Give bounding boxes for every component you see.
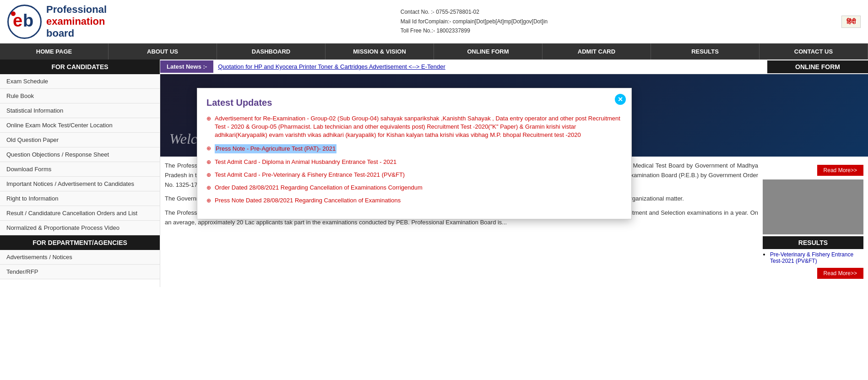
sidebar-item-statistical-info[interactable]: Statistical Information	[0, 103, 160, 118]
bullet-icon-2: ⊕	[206, 145, 211, 152]
online-form-image-placeholder	[763, 179, 863, 234]
sidebar-item-rule-book[interactable]: Rule Book	[0, 89, 160, 103]
read-more-button-1[interactable]: Read More>>	[817, 165, 863, 176]
sidebar-item-question-objections[interactable]: Question Objections / Response Sheet	[0, 147, 160, 162]
nav-about[interactable]: ABOUT US	[108, 43, 217, 60]
read-more-button-2[interactable]: Read More>>	[817, 268, 863, 279]
nav-dashboard[interactable]: DASHBOARD	[217, 43, 326, 60]
department-heading: FOR DEPARTMENT/AGENCIES	[0, 235, 160, 250]
nav-bar: HOME PAGE ABOUT US DASHBOARD MISSION & V…	[0, 43, 868, 60]
news-link[interactable]: Quotation for HP and Kyocera Printer Ton…	[218, 63, 445, 70]
mail-id: Mail Id forComplain:- complain[Dot]peb[A…	[401, 17, 548, 26]
sidebar-item-normalized[interactable]: Normalized & Proportionate Process Video	[0, 221, 160, 235]
contact-no: Contact No. :- 0755-2578801-02	[401, 7, 548, 16]
logo-line1: Professional	[46, 4, 107, 16]
modal-item-5: ⊕ Order Dated 28/08/2021 Regarding Cance…	[206, 184, 622, 192]
logo-area: e b Professional examination board	[7, 4, 107, 39]
sidebar-item-online-exam[interactable]: Online Exam Mock Test/Center Location	[0, 118, 160, 133]
sidebar-item-result-cancellation[interactable]: Result / Candidature Cancellation Orders…	[0, 206, 160, 221]
logo-text: Professional examination board	[46, 4, 107, 39]
sidebar-item-download-forms[interactable]: Download Forms	[0, 162, 160, 177]
news-ticker: Latest News :- Quotation for HP and Kyoc…	[160, 60, 868, 74]
bullet-icon-1: ⊕	[206, 115, 211, 122]
right-panel: Read More>> RESULTS Pre-Veterinary & Fis…	[763, 161, 863, 282]
modal-item-6: ⊕ Press Note Dated 28/08/2021 Regarding …	[206, 196, 622, 205]
bullet-icon-3: ⊕	[206, 159, 211, 165]
sidebar-item-tender[interactable]: Tender/RFP	[0, 265, 160, 279]
sidebar-item-advertisements[interactable]: Advertisements / Notices	[0, 250, 160, 265]
modal-item-1: ⊕ Advertisement for Re-Examination - Gro…	[206, 114, 622, 140]
svg-text:b: b	[23, 11, 33, 30]
nav-online-form[interactable]: ONLINE FORM	[434, 43, 542, 60]
modal-title: Latest Updates	[206, 98, 622, 108]
svg-point-3	[11, 11, 16, 16]
modal-link-3[interactable]: Test Admit Card - Diploma in Animal Husb…	[215, 158, 396, 166]
modal-link-6[interactable]: Press Note Dated 28/08/2021 Regarding Ca…	[215, 196, 401, 205]
toll-free: Toll Free No.:- 18002337899	[401, 26, 548, 35]
header: e b Professional examination board Conta…	[0, 0, 868, 43]
modal-close-button[interactable]: ✕	[615, 94, 626, 105]
results-heading: RESULTS	[763, 236, 863, 249]
modal-link-5[interactable]: Order Dated 28/08/2021 Regarding Cancell…	[215, 184, 423, 192]
sidebar-item-rti[interactable]: Right to Information	[0, 191, 160, 206]
sidebar-item-important-notices[interactable]: Important Notices / Advertisement to Can…	[0, 177, 160, 191]
news-label: Latest News :-	[160, 60, 213, 73]
candidates-heading: FOR CANDIDATES	[0, 60, 160, 74]
modal-link-4[interactable]: Test Admit Card - Pre-Veterinary & Fishe…	[215, 171, 405, 179]
main-layout: FOR CANDIDATES Exam Schedule Rule Book S…	[0, 60, 868, 287]
online-form-header: ONLINE FORM	[767, 60, 868, 73]
hero-wrapper: Welcome Latest Updates ✕ ⊕ Advertisement…	[160, 74, 868, 157]
modal-item-4: ⊕ Test Admit Card - Pre-Veterinary & Fis…	[206, 171, 622, 179]
logo-line2: examination	[46, 16, 107, 27]
nav-mission[interactable]: MISSION & VISION	[326, 43, 434, 60]
sidebar: FOR CANDIDATES Exam Schedule Rule Book S…	[0, 60, 160, 287]
hindi-button[interactable]: हिंदी	[841, 16, 861, 28]
content-area: Latest News :- Quotation for HP and Kyoc…	[160, 60, 868, 287]
news-content: Quotation for HP and Kyocera Printer Ton…	[213, 63, 767, 70]
results-link-1[interactable]: Pre-Veterinary & Fishery Entrance Test-2…	[770, 251, 863, 264]
sidebar-item-exam-schedule[interactable]: Exam Schedule	[0, 74, 160, 89]
bullet-icon-5: ⊕	[206, 185, 211, 191]
modal-link-1[interactable]: Advertisement for Re-Examination - Group…	[215, 114, 622, 140]
latest-updates-modal: Latest Updates ✕ ⊕ Advertisement for Re-…	[197, 88, 632, 219]
bullet-icon-6: ⊕	[206, 197, 211, 204]
modal-item-3: ⊕ Test Admit Card - Diploma in Animal Hu…	[206, 158, 622, 166]
contact-info: Contact No. :- 0755-2578801-02 Mail Id f…	[401, 7, 548, 35]
nav-home[interactable]: HOME PAGE	[0, 43, 108, 60]
logo-line3: board	[46, 27, 107, 39]
nav-admit-card[interactable]: ADMIT CARD	[542, 43, 651, 60]
sidebar-item-old-question[interactable]: Old Question Paper	[0, 133, 160, 147]
modal-item-2: ⊕ Press Note - Pre-Agriculture Test (PAT…	[206, 144, 622, 153]
logo-icon: e b	[7, 5, 42, 39]
bullet-icon-4: ⊕	[206, 172, 211, 178]
nav-results[interactable]: RESULTS	[651, 43, 760, 60]
nav-contact[interactable]: CONTACT US	[760, 43, 868, 60]
modal-link-2[interactable]: Press Note - Pre-Agriculture Test (PAT)-…	[215, 144, 336, 153]
